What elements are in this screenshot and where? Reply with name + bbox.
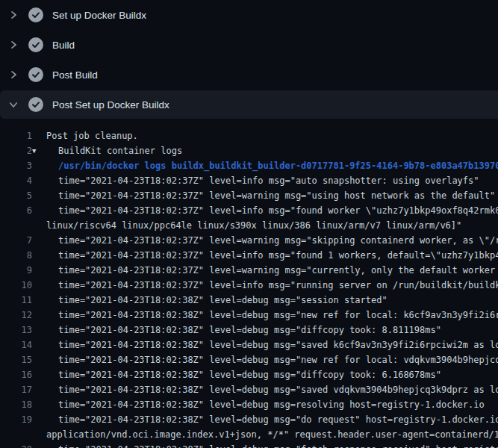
log-line-number[interactable]: 5 <box>0 188 32 203</box>
log-line: 5 time="2021-04-23T18:02:37Z" level=warn… <box>0 188 498 203</box>
log-line: 15 time="2021-04-23T18:02:38Z" level=deb… <box>0 352 498 367</box>
log-line-number[interactable]: 11 <box>0 293 32 308</box>
step-title: Post Build <box>52 69 98 81</box>
log-line-text: time="2021-04-23T18:02:38Z" level=debug … <box>58 412 498 427</box>
log-line-number <box>0 218 32 233</box>
log-line: 17 time="2021-04-23T18:02:38Z" level=deb… <box>0 382 498 397</box>
log-line-number[interactable]: 10 <box>0 278 32 293</box>
log-line-number[interactable]: 12 <box>0 308 32 323</box>
log-line-number[interactable]: 18 <box>0 397 32 412</box>
log-line: 11 time="2021-04-23T18:02:38Z" level=deb… <box>0 293 498 308</box>
step-header-post-build[interactable]: Post Build <box>0 60 498 90</box>
log-line-number[interactable]: 14 <box>0 337 32 352</box>
step-title: Post Set up Docker Buildx <box>52 99 169 111</box>
log-line-text: time="2021-04-23T18:02:37Z" level=info m… <box>58 278 498 293</box>
step-title: Build <box>52 40 75 51</box>
log-line-number[interactable]: 3 <box>0 158 32 173</box>
log-line-number[interactable]: 6 <box>0 203 32 218</box>
log-line-number[interactable]: 20 <box>0 442 32 448</box>
check-circle-icon <box>28 97 43 112</box>
group-collapse-icon[interactable]: ▼ <box>32 143 44 158</box>
log-line-text: Post job cleanup. <box>46 128 138 143</box>
log-line-number[interactable]: 19 <box>0 412 32 427</box>
log-line: application/vnd.oci.image.index.v1+json,… <box>0 427 498 442</box>
step-list: Set up Docker Buildx Build P <box>0 0 498 119</box>
log-line-text: time="2021-04-23T18:02:37Z" level=info m… <box>58 248 498 263</box>
log-line: 6 time="2021-04-23T18:02:37Z" level=info… <box>0 203 498 218</box>
log-line-text: time="2021-04-23T18:02:37Z" level=warnin… <box>58 233 498 248</box>
log-line-text: time="2021-04-23T18:02:37Z" level=warnin… <box>58 188 495 203</box>
log-command-text: /usr/bin/docker logs buildx_buildkit_bui… <box>58 158 498 173</box>
log-line-text: time="2021-04-23T18:02:38Z" level=debug … <box>58 308 498 323</box>
log-line: 14 time="2021-04-23T18:02:38Z" level=deb… <box>0 337 498 352</box>
log-line-text: time="2021-04-23T18:02:38Z" level=debug … <box>58 337 498 352</box>
log-line-number[interactable]: 13 <box>0 323 32 337</box>
log-line-number[interactable]: 2 <box>0 143 32 158</box>
log-lines: 1 Post job cleanup. 2 ▼BuildKit containe… <box>0 119 498 448</box>
log-line: 3 /usr/bin/docker logs buildx_buildkit_b… <box>0 158 498 173</box>
log-line: 4 time="2021-04-23T18:02:37Z" level=info… <box>0 173 498 188</box>
log-line-text: application/vnd.oci.image.index.v1+json,… <box>46 427 498 442</box>
log-group-line[interactable]: 2 ▼BuildKit container logs <box>0 143 498 158</box>
log-line-text: time="2021-04-23T18:02:37Z" level=info m… <box>58 173 479 188</box>
log-line-number[interactable]: 9 <box>0 263 32 278</box>
log-line-number[interactable]: 8 <box>0 248 32 263</box>
log-line-text: BuildKit container logs <box>58 143 182 158</box>
log-line-number[interactable]: 1 <box>0 128 32 143</box>
log-line-text: time="2021-04-23T18:02:38Z" level=debug … <box>58 442 498 448</box>
log-line-number[interactable]: 15 <box>0 352 32 367</box>
log-line: 18 time="2021-04-23T18:02:38Z" level=deb… <box>0 397 498 412</box>
log-line-text: time="2021-04-23T18:02:38Z" level=debug … <box>58 367 441 382</box>
step-header-post-set-up-docker-buildx[interactable]: Post Set up Docker Buildx <box>0 90 498 119</box>
step-header-build[interactable]: Build <box>0 30 498 60</box>
log-line: 1 Post job cleanup. <box>0 128 498 143</box>
log-line-text: time="2021-04-23T18:02:38Z" level=debug … <box>58 323 441 337</box>
log-line: 7 time="2021-04-23T18:02:37Z" level=warn… <box>0 233 498 248</box>
log-line: 9 time="2021-04-23T18:02:37Z" level=warn… <box>0 263 498 278</box>
log-line-text: time="2021-04-23T18:02:38Z" level=debug … <box>58 352 498 367</box>
chevron-right-icon <box>7 39 19 51</box>
step-title: Set up Docker Buildx <box>52 10 146 21</box>
actions-log-viewer: Set up Docker Buildx Build P <box>0 0 498 448</box>
log-line-text: linux/riscv64 linux/ppc64le linux/s390x … <box>46 218 461 233</box>
log-line: 16 time="2021-04-23T18:02:38Z" level=deb… <box>0 367 498 382</box>
log-line: 20 time="2021-04-23T18:02:38Z" level=deb… <box>0 442 498 448</box>
log-line-number[interactable]: 4 <box>0 173 32 188</box>
log-line-number[interactable]: 7 <box>0 233 32 248</box>
check-circle-icon <box>28 7 43 22</box>
log-line-number <box>0 427 32 442</box>
log-line-text: time="2021-04-23T18:02:37Z" level=info m… <box>58 203 498 218</box>
step-header-set-up-docker-buildx[interactable]: Set up Docker Buildx <box>0 0 498 30</box>
check-circle-icon <box>28 67 43 82</box>
log-line: 19 time="2021-04-23T18:02:38Z" level=deb… <box>0 412 498 427</box>
log-line-number[interactable]: 16 <box>0 367 32 382</box>
log-line: linux/riscv64 linux/ppc64le linux/s390x … <box>0 218 498 233</box>
chevron-right-icon <box>7 69 19 81</box>
log-line-text: time="2021-04-23T18:02:38Z" level=debug … <box>58 397 485 412</box>
chevron-right-icon <box>7 9 19 21</box>
log-line: 12 time="2021-04-23T18:02:38Z" level=deb… <box>0 308 498 323</box>
check-circle-icon <box>28 37 43 52</box>
log-line-number[interactable]: 17 <box>0 382 32 397</box>
log-line: 8 time="2021-04-23T18:02:37Z" level=info… <box>0 248 498 263</box>
log-line-text: time="2021-04-23T18:02:37Z" level=warnin… <box>58 263 498 278</box>
log-line-text: time="2021-04-23T18:02:38Z" level=debug … <box>58 382 498 397</box>
chevron-down-icon <box>7 99 19 111</box>
log-line: 13 time="2021-04-23T18:02:38Z" level=deb… <box>0 323 498 337</box>
log-line: 10 time="2021-04-23T18:02:37Z" level=inf… <box>0 278 498 293</box>
log-line-text: time="2021-04-23T18:02:38Z" level=debug … <box>58 293 387 308</box>
